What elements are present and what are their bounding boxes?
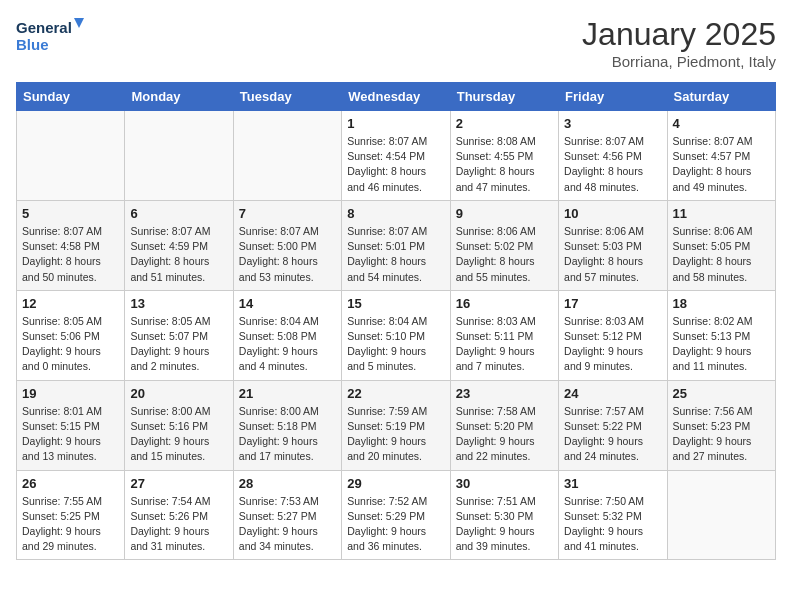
calendar-cell: 8Sunrise: 8:07 AM Sunset: 5:01 PM Daylig… (342, 200, 450, 290)
day-info: Sunrise: 8:07 AM Sunset: 4:59 PM Dayligh… (130, 224, 227, 285)
calendar-cell: 18Sunrise: 8:02 AM Sunset: 5:13 PM Dayli… (667, 290, 775, 380)
day-number: 10 (564, 206, 661, 221)
day-number: 18 (673, 296, 770, 311)
day-number: 23 (456, 386, 553, 401)
week-row-4: 19Sunrise: 8:01 AM Sunset: 5:15 PM Dayli… (17, 380, 776, 470)
calendar-cell: 9Sunrise: 8:06 AM Sunset: 5:02 PM Daylig… (450, 200, 558, 290)
calendar-cell: 21Sunrise: 8:00 AM Sunset: 5:18 PM Dayli… (233, 380, 341, 470)
day-number: 15 (347, 296, 444, 311)
calendar-cell: 24Sunrise: 7:57 AM Sunset: 5:22 PM Dayli… (559, 380, 667, 470)
day-info: Sunrise: 8:00 AM Sunset: 5:16 PM Dayligh… (130, 404, 227, 465)
day-number: 4 (673, 116, 770, 131)
calendar-cell: 2Sunrise: 8:08 AM Sunset: 4:55 PM Daylig… (450, 111, 558, 201)
day-info: Sunrise: 8:04 AM Sunset: 5:08 PM Dayligh… (239, 314, 336, 375)
day-info: Sunrise: 8:03 AM Sunset: 5:12 PM Dayligh… (564, 314, 661, 375)
calendar-cell: 14Sunrise: 8:04 AM Sunset: 5:08 PM Dayli… (233, 290, 341, 380)
calendar-cell: 12Sunrise: 8:05 AM Sunset: 5:06 PM Dayli… (17, 290, 125, 380)
day-number: 9 (456, 206, 553, 221)
calendar-cell: 11Sunrise: 8:06 AM Sunset: 5:05 PM Dayli… (667, 200, 775, 290)
day-number: 3 (564, 116, 661, 131)
header-cell-saturday: Saturday (667, 83, 775, 111)
header-cell-sunday: Sunday (17, 83, 125, 111)
calendar-cell: 17Sunrise: 8:03 AM Sunset: 5:12 PM Dayli… (559, 290, 667, 380)
svg-marker-2 (74, 18, 84, 28)
day-info: Sunrise: 7:58 AM Sunset: 5:20 PM Dayligh… (456, 404, 553, 465)
day-number: 2 (456, 116, 553, 131)
day-info: Sunrise: 8:07 AM Sunset: 4:56 PM Dayligh… (564, 134, 661, 195)
header-row: SundayMondayTuesdayWednesdayThursdayFrid… (17, 83, 776, 111)
day-number: 24 (564, 386, 661, 401)
day-info: Sunrise: 8:02 AM Sunset: 5:13 PM Dayligh… (673, 314, 770, 375)
day-number: 30 (456, 476, 553, 491)
day-number: 7 (239, 206, 336, 221)
calendar-cell: 19Sunrise: 8:01 AM Sunset: 5:15 PM Dayli… (17, 380, 125, 470)
day-info: Sunrise: 8:04 AM Sunset: 5:10 PM Dayligh… (347, 314, 444, 375)
day-info: Sunrise: 8:00 AM Sunset: 5:18 PM Dayligh… (239, 404, 336, 465)
month-title: January 2025 (582, 16, 776, 53)
day-info: Sunrise: 7:55 AM Sunset: 5:25 PM Dayligh… (22, 494, 119, 555)
week-row-3: 12Sunrise: 8:05 AM Sunset: 5:06 PM Dayli… (17, 290, 776, 380)
day-number: 21 (239, 386, 336, 401)
calendar-cell: 30Sunrise: 7:51 AM Sunset: 5:30 PM Dayli… (450, 470, 558, 560)
svg-text:Blue: Blue (16, 36, 49, 53)
calendar-cell: 15Sunrise: 8:04 AM Sunset: 5:10 PM Dayli… (342, 290, 450, 380)
day-number: 8 (347, 206, 444, 221)
day-number: 29 (347, 476, 444, 491)
day-number: 25 (673, 386, 770, 401)
calendar-cell: 31Sunrise: 7:50 AM Sunset: 5:32 PM Dayli… (559, 470, 667, 560)
day-info: Sunrise: 8:08 AM Sunset: 4:55 PM Dayligh… (456, 134, 553, 195)
calendar-cell: 23Sunrise: 7:58 AM Sunset: 5:20 PM Dayli… (450, 380, 558, 470)
calendar-cell: 6Sunrise: 8:07 AM Sunset: 4:59 PM Daylig… (125, 200, 233, 290)
day-number: 16 (456, 296, 553, 311)
day-info: Sunrise: 8:05 AM Sunset: 5:07 PM Dayligh… (130, 314, 227, 375)
calendar-cell: 22Sunrise: 7:59 AM Sunset: 5:19 PM Dayli… (342, 380, 450, 470)
day-info: Sunrise: 8:05 AM Sunset: 5:06 PM Dayligh… (22, 314, 119, 375)
day-info: Sunrise: 8:07 AM Sunset: 5:00 PM Dayligh… (239, 224, 336, 285)
calendar-cell: 13Sunrise: 8:05 AM Sunset: 5:07 PM Dayli… (125, 290, 233, 380)
header-cell-friday: Friday (559, 83, 667, 111)
calendar-cell (233, 111, 341, 201)
svg-text:General: General (16, 19, 72, 36)
calendar-cell: 27Sunrise: 7:54 AM Sunset: 5:26 PM Dayli… (125, 470, 233, 560)
day-info: Sunrise: 7:56 AM Sunset: 5:23 PM Dayligh… (673, 404, 770, 465)
title-block: January 2025 Borriana, Piedmont, Italy (582, 16, 776, 70)
day-number: 27 (130, 476, 227, 491)
day-info: Sunrise: 7:52 AM Sunset: 5:29 PM Dayligh… (347, 494, 444, 555)
calendar-cell (125, 111, 233, 201)
header-cell-wednesday: Wednesday (342, 83, 450, 111)
calendar-cell: 20Sunrise: 8:00 AM Sunset: 5:16 PM Dayli… (125, 380, 233, 470)
calendar-cell: 3Sunrise: 8:07 AM Sunset: 4:56 PM Daylig… (559, 111, 667, 201)
day-info: Sunrise: 8:06 AM Sunset: 5:02 PM Dayligh… (456, 224, 553, 285)
page-header: General Blue January 2025 Borriana, Pied… (16, 16, 776, 70)
day-info: Sunrise: 8:07 AM Sunset: 4:54 PM Dayligh… (347, 134, 444, 195)
day-number: 31 (564, 476, 661, 491)
day-info: Sunrise: 8:03 AM Sunset: 5:11 PM Dayligh… (456, 314, 553, 375)
week-row-5: 26Sunrise: 7:55 AM Sunset: 5:25 PM Dayli… (17, 470, 776, 560)
day-number: 22 (347, 386, 444, 401)
calendar-cell (17, 111, 125, 201)
day-info: Sunrise: 7:57 AM Sunset: 5:22 PM Dayligh… (564, 404, 661, 465)
day-number: 11 (673, 206, 770, 221)
calendar-cell: 16Sunrise: 8:03 AM Sunset: 5:11 PM Dayli… (450, 290, 558, 380)
day-number: 1 (347, 116, 444, 131)
calendar-cell: 26Sunrise: 7:55 AM Sunset: 5:25 PM Dayli… (17, 470, 125, 560)
day-info: Sunrise: 8:06 AM Sunset: 5:05 PM Dayligh… (673, 224, 770, 285)
day-number: 17 (564, 296, 661, 311)
logo-svg: General Blue (16, 16, 86, 58)
calendar-cell: 29Sunrise: 7:52 AM Sunset: 5:29 PM Dayli… (342, 470, 450, 560)
week-row-1: 1Sunrise: 8:07 AM Sunset: 4:54 PM Daylig… (17, 111, 776, 201)
day-info: Sunrise: 8:01 AM Sunset: 5:15 PM Dayligh… (22, 404, 119, 465)
calendar-cell (667, 470, 775, 560)
calendar-cell: 4Sunrise: 8:07 AM Sunset: 4:57 PM Daylig… (667, 111, 775, 201)
calendar-table: SundayMondayTuesdayWednesdayThursdayFrid… (16, 82, 776, 560)
calendar-cell: 1Sunrise: 8:07 AM Sunset: 4:54 PM Daylig… (342, 111, 450, 201)
day-info: Sunrise: 7:51 AM Sunset: 5:30 PM Dayligh… (456, 494, 553, 555)
day-info: Sunrise: 8:07 AM Sunset: 4:57 PM Dayligh… (673, 134, 770, 195)
day-info: Sunrise: 7:50 AM Sunset: 5:32 PM Dayligh… (564, 494, 661, 555)
day-number: 6 (130, 206, 227, 221)
calendar-cell: 28Sunrise: 7:53 AM Sunset: 5:27 PM Dayli… (233, 470, 341, 560)
day-number: 13 (130, 296, 227, 311)
day-number: 12 (22, 296, 119, 311)
day-number: 26 (22, 476, 119, 491)
day-info: Sunrise: 8:07 AM Sunset: 5:01 PM Dayligh… (347, 224, 444, 285)
